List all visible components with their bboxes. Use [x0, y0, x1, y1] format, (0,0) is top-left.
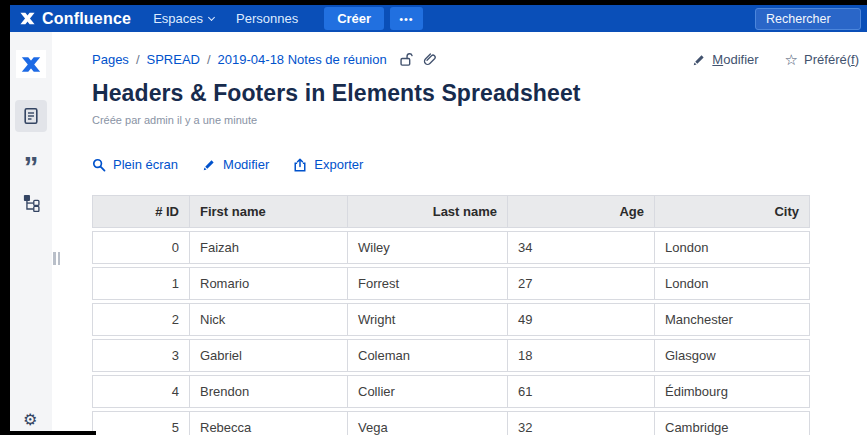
table-row: 2 Nick Wright 49 Manchester: [92, 303, 810, 336]
table-row: 3 Gabriel Coleman 18 Glasgow: [92, 339, 810, 372]
sidebar-item-page-tree[interactable]: [15, 186, 47, 218]
nav-people[interactable]: Personnes: [236, 11, 298, 26]
cell-age: 61: [508, 375, 655, 408]
column-header-city: City: [655, 195, 810, 228]
settings-button[interactable]: ⚙: [23, 410, 37, 429]
cell-id: 0: [92, 231, 190, 264]
tree-icon: [22, 193, 41, 212]
table-header-row: # ID First name Last name Age City: [92, 195, 810, 228]
confluence-window: Confluence Espaces Personnes Créer •••: [0, 0, 867, 435]
unlock-icon[interactable]: [399, 52, 414, 67]
pencil-icon: [692, 53, 706, 67]
column-header-age: Age: [508, 195, 655, 228]
capture-matte-left: [0, 0, 10, 435]
cell-id: 4: [92, 375, 190, 408]
cell-last-name: Vega: [348, 411, 508, 435]
column-header-last-name: Last name: [348, 195, 508, 228]
sidebar-item-pages[interactable]: [15, 100, 47, 132]
pencil-icon: [202, 158, 216, 172]
cell-city: London: [655, 231, 810, 264]
cell-first-name: Nick: [190, 303, 348, 336]
table-row: 5 Rebecca Vega 32 Cambridge: [92, 411, 810, 435]
quotes-icon: ”: [24, 162, 39, 172]
export-button[interactable]: Exporter: [293, 157, 363, 172]
brand-label: Confluence: [42, 10, 131, 28]
cell-first-name: Rebecca: [190, 411, 348, 435]
cell-city: Édimbourg: [655, 375, 810, 408]
cell-city: Cambridge: [655, 411, 810, 435]
sidebar-item-blog[interactable]: ”: [15, 144, 47, 176]
cell-age: 27: [508, 267, 655, 300]
star-icon: ☆: [785, 52, 798, 67]
top-navbar: Confluence Espaces Personnes Créer •••: [10, 5, 867, 32]
breadcrumb-link-pages[interactable]: Pages: [92, 52, 129, 67]
cell-age: 18: [508, 339, 655, 372]
capture-matte-bottom: [0, 431, 96, 435]
favorite-label-prefix: Préféré(: [804, 52, 851, 67]
confluence-logo-icon: [19, 11, 36, 26]
favorite-label-suffix: ): [855, 52, 859, 67]
cell-age: 32: [508, 411, 655, 435]
fullscreen-label: Plein écran: [113, 157, 178, 172]
column-header-id: # ID: [92, 195, 190, 228]
edit-spreadsheet-label: Modifier: [223, 157, 269, 172]
edit-spreadsheet-button[interactable]: Modifier: [202, 157, 269, 172]
page-content: Pages / SPREAD / 2019-04-18 Notes de réu…: [52, 32, 867, 435]
page-icon: [22, 107, 40, 125]
column-header-first-name: First name: [190, 195, 348, 228]
cell-last-name: Forrest: [348, 267, 508, 300]
breadcrumb-separator: /: [136, 52, 140, 67]
favorite-button[interactable]: ☆ Préféré(f): [785, 52, 859, 67]
breadcrumb-link-space[interactable]: SPREAD: [147, 52, 200, 67]
cell-id: 2: [92, 303, 190, 336]
search-icon: [92, 158, 106, 172]
more-menu-button[interactable]: •••: [390, 7, 423, 30]
search-input[interactable]: [755, 8, 861, 30]
cell-city: Manchester: [655, 303, 810, 336]
nav-spaces-label: Espaces: [153, 11, 203, 26]
cell-id: 3: [92, 339, 190, 372]
cell-last-name: Collier: [348, 375, 508, 408]
edit-label-rest: odifier: [723, 52, 758, 67]
edit-page-button[interactable]: Modifier: [692, 52, 758, 67]
nav-people-label: Personnes: [236, 11, 298, 26]
cell-first-name: Romario: [190, 267, 348, 300]
space-sidebar: ” ⚙: [10, 32, 52, 435]
edit-shortcut-key: M: [712, 52, 723, 67]
cell-first-name: Faizah: [190, 231, 348, 264]
spreadsheet-toolbar: Plein écran Modifier Exporter: [92, 157, 859, 172]
create-button[interactable]: Créer: [324, 7, 384, 30]
fullscreen-button[interactable]: Plein écran: [92, 157, 178, 172]
cell-first-name: Brendon: [190, 375, 348, 408]
paperclip-icon[interactable]: [423, 52, 438, 67]
page-byline: Créée par admin il y a une minute: [92, 114, 859, 126]
sidebar-resize-handle[interactable]: [53, 252, 60, 265]
breadcrumb-link-page[interactable]: 2019-04-18 Notes de réunion: [218, 52, 387, 67]
table-row: 1 Romario Forrest 27 London: [92, 267, 810, 300]
gear-icon: ⚙: [23, 411, 37, 428]
cell-city: London: [655, 267, 810, 300]
cell-city: Glasgow: [655, 339, 810, 372]
cell-last-name: Wright: [348, 303, 508, 336]
breadcrumb: Pages / SPREAD / 2019-04-18 Notes de réu…: [92, 52, 859, 67]
cell-last-name: Coleman: [348, 339, 508, 372]
nav-spaces[interactable]: Espaces: [153, 11, 214, 26]
confluence-brand[interactable]: Confluence: [19, 10, 131, 28]
cell-id: 1: [92, 267, 190, 300]
space-logo[interactable]: [16, 50, 46, 78]
export-icon: [293, 158, 307, 172]
cell-age: 34: [508, 231, 655, 264]
cell-age: 49: [508, 303, 655, 336]
spreadsheet-table: # ID First name Last name Age City 0 Fai…: [92, 192, 810, 435]
cell-last-name: Wiley: [348, 231, 508, 264]
capture-matte-top: [0, 0, 867, 5]
chevron-down-icon: [208, 13, 215, 20]
table-row: 0 Faizah Wiley 34 London: [92, 231, 810, 264]
space-logo-icon: [20, 55, 42, 74]
page-title: Headers & Footers in Elements Spreadshee…: [92, 80, 859, 107]
cell-first-name: Gabriel: [190, 339, 348, 372]
table-row: 4 Brendon Collier 61 Édimbourg: [92, 375, 810, 408]
breadcrumb-separator: /: [207, 52, 211, 67]
export-label: Exporter: [314, 157, 363, 172]
cell-id: 5: [92, 411, 190, 435]
